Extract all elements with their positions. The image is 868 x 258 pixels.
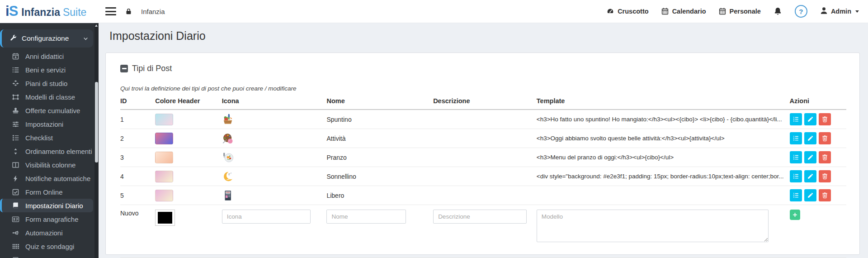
row-edit-button[interactable]: [804, 113, 816, 125]
post-type-row-4: 4zzSonnellino<div style="background: #e2…: [120, 167, 846, 186]
row-detail-button[interactable]: 123: [790, 170, 802, 182]
scrollbar-thumb[interactable]: [95, 82, 98, 162]
post-type-row-3: 3Pranzo<h3>Menu del pranzo di oggi:</h3>…: [120, 148, 846, 167]
cell-descrizione: [433, 110, 537, 129]
new-color-value: [158, 212, 172, 224]
sidebar-item-modelli-di-classe[interactable]: Modelli di classe: [0, 90, 99, 104]
column-header-azioni: Azioni: [790, 96, 846, 110]
column-header-icona: Icona: [222, 96, 327, 110]
square-icon: [11, 256, 20, 258]
sidebar-section-label: Configurazione: [22, 34, 69, 43]
topbar-nav: CruscottoCalendarioPersonale ? Admin: [606, 5, 868, 18]
app-logo[interactable]: iS Infanzia Suite: [0, 3, 99, 19]
sidebar-item-offerte-cumulative[interactable]: Offerte cumulative: [0, 104, 99, 117]
cell-template: <h3>Oggi abbiamo svolto queste belle att…: [537, 135, 786, 142]
book-icon: [11, 202, 20, 210]
post-type-row-5: 5Libero123: [120, 186, 846, 205]
row-detail-button[interactable]: 123: [790, 113, 802, 125]
sidebar-item-piani-di-studio[interactable]: Piani di studio: [0, 76, 99, 90]
help-button[interactable]: ?: [795, 5, 807, 18]
row-delete-button[interactable]: [819, 132, 831, 144]
calendar-icon: [661, 7, 669, 15]
row-edit-button[interactable]: [804, 170, 816, 182]
color-swatch: [155, 133, 173, 144]
sidebar-item-beni-e-servizi[interactable]: Beni e servizi: [0, 63, 99, 76]
sidebar-scrollbar[interactable]: [94, 23, 99, 258]
collapse-panel-icon[interactable]: [120, 65, 128, 72]
row-edit-button[interactable]: [804, 189, 816, 201]
sidebar-item-partial[interactable]: [0, 253, 99, 258]
post-types-panel: Tipi di Post Qui trovi la definizione de…: [105, 53, 860, 255]
column-header-template: Template: [537, 96, 790, 110]
svg-text:z: z: [230, 171, 231, 174]
sidebar-item-visibilit-colonne[interactable]: Visibilità colonne: [0, 158, 99, 172]
user-name: Admin: [831, 8, 851, 15]
sidebar-item-ordinamento-elementi[interactable]: Ordinamento elementi: [0, 144, 99, 158]
row-edit-button[interactable]: [804, 132, 816, 144]
new-descrizione-input[interactable]: [433, 210, 527, 224]
new-color-input[interactable]: [155, 210, 175, 226]
add-post-type-button[interactable]: [790, 210, 800, 220]
nav-item-cruscotto[interactable]: Cruscotto: [606, 7, 648, 15]
row-edit-button[interactable]: [804, 151, 816, 163]
newspaper-icon: [222, 190, 234, 201]
sidebar-item-label: Form Online: [25, 188, 63, 196]
cell-id: 3: [120, 148, 155, 167]
sidebar-section-configurazione[interactable]: Configurazione: [0, 29, 93, 48]
dashboard-icon: [606, 7, 614, 15]
new-row-label: Nuovo: [120, 210, 138, 217]
row-delete-button[interactable]: [819, 151, 831, 163]
row-detail-button[interactable]: 123: [790, 189, 802, 201]
sidebar-toggle-button[interactable]: [105, 7, 116, 15]
sidebar-item-anni-didattici[interactable]: Anni didattici: [0, 49, 99, 63]
new-nome-input[interactable]: [326, 210, 406, 224]
sidebar-item-form-online[interactable]: Form Online: [0, 185, 99, 199]
sidebar-item-automazioni[interactable]: Automazioni: [0, 226, 99, 239]
row-delete-button[interactable]: [819, 189, 831, 201]
nav-item-calendario[interactable]: Calendario: [661, 7, 706, 15]
nav-item-personale[interactable]: Personale: [718, 7, 761, 15]
cell-nome: Pranzo: [326, 148, 433, 167]
row-detail-button[interactable]: 123: [790, 132, 802, 144]
color-swatch: [155, 152, 173, 163]
sidebar-item-form-anagrafiche[interactable]: Form anagrafiche: [0, 212, 99, 226]
sidebar-item-label: Visibilità colonne: [25, 161, 75, 169]
groceries-icon: [222, 114, 234, 125]
object-group-icon: [11, 93, 20, 101]
check-square-icon: [11, 188, 20, 196]
sidebar-item-label: Automazioni: [25, 229, 63, 237]
panel-description: Qui trovi la definizione dei tipi di pos…: [120, 85, 846, 92]
grid-icon: [11, 243, 20, 250]
user-menu[interactable]: Admin: [820, 6, 859, 16]
sidebar-item-label: Piani di studio: [25, 80, 67, 87]
breadcrumb[interactable]: Infanzia: [141, 8, 165, 15]
row-detail-button[interactable]: 123: [790, 151, 802, 163]
stamp-icon: [11, 107, 20, 115]
row-delete-button[interactable]: [819, 113, 831, 125]
logo-mark-s: S: [9, 3, 19, 19]
cell-template: <h3>Menu del pranzo di oggi:</h3><ul>{ci…: [537, 154, 786, 161]
sidebar-item-checklist[interactable]: Checklist: [0, 131, 99, 144]
logo-mark-i: i: [5, 3, 9, 19]
sidebar-item-impostazioni[interactable]: Impostazioni: [0, 117, 99, 131]
new-icona-input[interactable]: [222, 210, 311, 224]
sidebar-item-label: Checklist: [25, 134, 53, 142]
svg-text:3: 3: [793, 177, 794, 179]
sidebar-item-label: Impostazioni: [25, 120, 63, 128]
automation-icon: [11, 229, 20, 237]
svg-text:3: 3: [793, 120, 794, 122]
cell-nome: Attività: [326, 129, 433, 148]
sidebar-item-impostazioni-diario[interactable]: Impostazioni Diario: [0, 199, 93, 212]
sidebar-item-quiz-e-sondaggi[interactable]: Quiz e sondaggi: [0, 239, 99, 253]
address-card-icon: [11, 215, 20, 223]
row-delete-button[interactable]: [819, 170, 831, 182]
notifications-button[interactable]: [773, 7, 783, 16]
new-template-input[interactable]: [537, 210, 769, 242]
cell-id: 2: [120, 129, 155, 148]
scroll-up-icon[interactable]: [95, 24, 98, 27]
sidebar-item-notifiche-automatiche[interactable]: Notifiche automatiche: [0, 172, 99, 185]
column-header-nome: Nome: [326, 96, 433, 110]
cell-descrizione: [433, 148, 537, 167]
sidebar-item-label: Beni e servizi: [25, 66, 66, 74]
checklist-icon: [11, 134, 20, 142]
